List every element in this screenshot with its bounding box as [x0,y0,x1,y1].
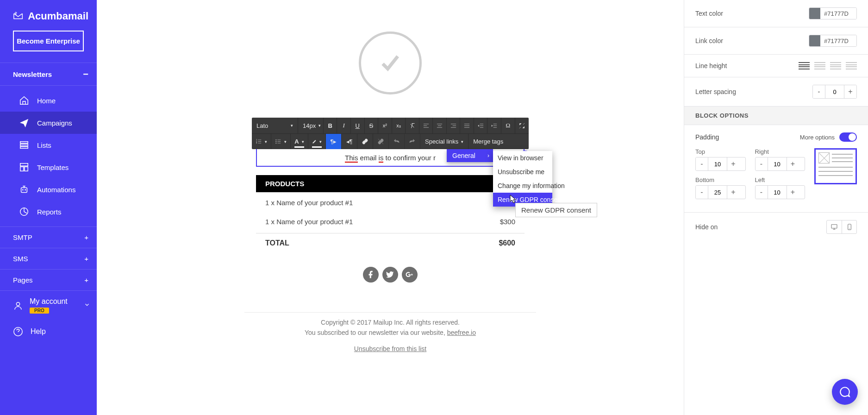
align-justify-button[interactable] [460,118,474,133]
text-color-input[interactable] [809,7,857,19]
footer-website-link[interactable]: beefree.io [447,329,476,336]
user-icon [13,301,23,311]
stepper-increment[interactable]: + [844,85,856,98]
letter-spacing-value[interactable] [825,85,844,98]
help-fab[interactable] [832,379,858,405]
menu-item-change-info[interactable]: Change my information [493,179,552,193]
redo-button[interactable] [405,134,420,149]
svg-point-10 [16,302,19,305]
ltr-button[interactable]: ¶▸ [326,134,342,149]
strike-button[interactable]: S [365,118,379,133]
special-links-dropdown[interactable]: Special links▾ [420,134,468,149]
font-family-select[interactable]: Lato▾ [252,118,298,133]
sidebar-section-label: Newsletters [13,70,52,78]
ordered-list-button[interactable]: 123▾ [252,134,271,149]
line-height-normal[interactable] [814,62,825,69]
email-preview [244,0,536,118]
font-size-select[interactable]: 14px▾ [298,118,324,133]
templates-icon [19,162,30,173]
superscript-button[interactable]: x² [378,118,392,133]
stepper-increment[interactable]: + [727,157,739,170]
svg-point-17 [275,143,276,144]
padding-right-value[interactable] [768,157,787,170]
padding-preview [814,148,857,184]
outdent-button[interactable] [474,118,488,133]
cursor-icon [510,195,517,206]
stepper-increment[interactable]: + [787,186,799,199]
clear-format-button[interactable] [406,118,419,133]
stepper-decrement[interactable]: - [696,157,708,170]
sidebar-item-reports[interactable]: Reports [0,201,97,223]
sidebar-item-label: Lists [37,141,51,149]
unordered-list-button[interactable]: ▾ [271,134,291,149]
stepper-increment[interactable]: + [787,157,799,170]
sidebar-item-automations[interactable]: Automations [0,178,97,201]
link-color-value[interactable] [820,35,856,46]
menu-item-view-in-browser[interactable]: View in browser [493,151,552,165]
stepper-decrement[interactable]: - [696,186,708,199]
italic-button[interactable]: I [337,118,351,133]
text-color-button[interactable]: A▾ [291,134,308,149]
align-center-button[interactable] [433,118,447,133]
bold-button[interactable]: B [324,118,337,133]
stepper-decrement[interactable]: - [756,157,768,170]
sidebar-item-label: Reports [37,208,62,216]
padding-right-stepper: - + [755,157,806,171]
sidebar-item-templates[interactable]: Templates [0,156,97,178]
tooltip: Renew GDPR consent [515,203,597,217]
sidebar-section-newsletters[interactable]: Newsletters − [0,63,97,86]
highlight-color-button[interactable]: ▾ [308,134,326,149]
text-color-value[interactable] [820,8,856,19]
sidebar-item-lists[interactable]: Lists [0,134,97,156]
line-height-tight[interactable] [799,62,810,69]
hide-on-mobile[interactable] [842,220,856,233]
link-color-input[interactable] [809,35,857,47]
padding-top-stepper: - + [695,157,746,171]
brand[interactable]: Acumbamail [0,0,97,31]
more-options-toggle[interactable] [839,132,857,142]
align-right-button[interactable] [447,118,461,133]
link-button[interactable] [357,134,373,149]
sidebar-help[interactable]: Help [0,320,97,343]
plus-icon: + [84,255,88,263]
sidebar-section-sms[interactable]: SMS + [0,248,97,269]
sidebar-section-pages[interactable]: Pages + [0,269,97,290]
sidebar-section-smtp[interactable]: SMTP + [0,226,97,248]
stepper-decrement[interactable]: - [756,186,768,199]
menu-item-unsubscribe[interactable]: Unsubscribe me [493,165,552,179]
special-char-button[interactable]: Ω [501,118,515,133]
sidebar-account[interactable]: My account PRO [0,290,97,320]
undo-button[interactable] [389,134,405,149]
social-icons [256,267,525,283]
sidebar-item-label: Campaigns [37,119,72,127]
stepper-decrement[interactable]: - [813,85,825,98]
help-icon [13,327,23,337]
merge-tags-dropdown[interactable]: Merge tags [468,134,508,149]
indent-button[interactable] [487,118,501,133]
twitter-icon[interactable] [382,267,398,283]
rtl-button[interactable]: ◂¶ [342,134,357,149]
hide-on-desktop[interactable] [827,220,842,233]
line-height-xloose[interactable] [846,62,857,69]
google-plus-icon[interactable] [402,267,418,283]
align-left-button[interactable] [419,118,433,133]
stepper-increment[interactable]: + [727,186,739,199]
fullscreen-button[interactable] [515,118,529,133]
facebook-icon[interactable] [363,267,379,283]
color-swatch[interactable] [809,35,820,46]
sidebar-item-campaigns[interactable]: Campaigns [0,112,97,134]
padding-bottom-value[interactable] [708,186,727,199]
become-enterprise-button[interactable]: Become Enterprise [13,31,84,51]
subscript-button[interactable]: x₂ [392,118,406,133]
padding-left-value[interactable] [768,186,787,199]
brand-name: Acumbamail [28,10,88,22]
sidebar-item-home[interactable]: Home [0,89,97,112]
underline-button[interactable]: U [351,118,365,133]
footer-unsubscribe-link[interactable]: Unsubscribe from this list [244,344,536,354]
svg-rect-6 [21,188,27,192]
unlink-button[interactable] [373,134,389,149]
color-swatch[interactable] [809,8,820,19]
padding-top-value[interactable] [708,157,727,170]
special-links-menu-general[interactable]: General › [447,149,493,162]
line-height-loose[interactable] [830,62,841,69]
